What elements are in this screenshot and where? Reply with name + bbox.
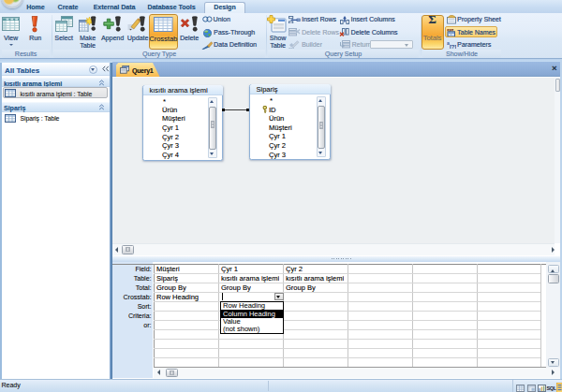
svg-text:[?]: [?]	[450, 44, 456, 50]
